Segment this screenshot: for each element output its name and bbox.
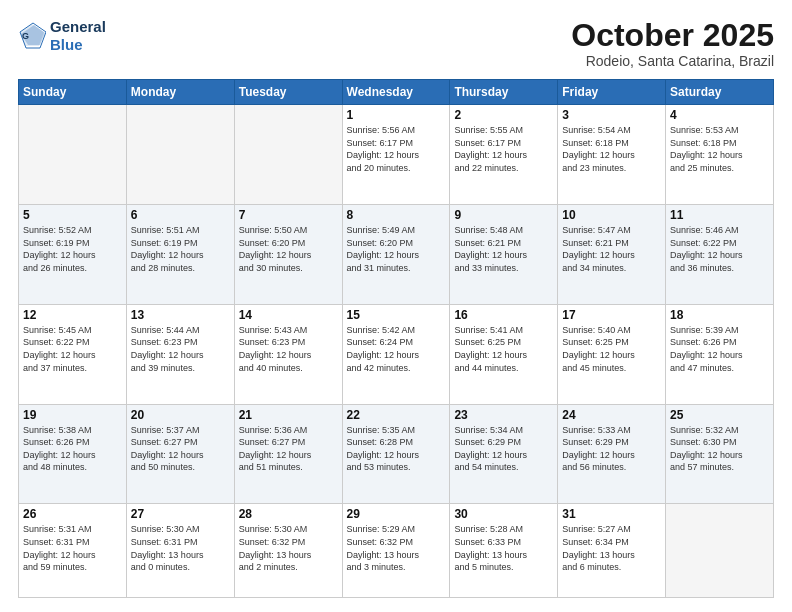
day-number: 28 [239,507,338,521]
day-info: Sunrise: 5:38 AM Sunset: 6:26 PM Dayligh… [23,424,122,474]
day-info: Sunrise: 5:40 AM Sunset: 6:25 PM Dayligh… [562,324,661,374]
day-info: Sunrise: 5:28 AM Sunset: 6:33 PM Dayligh… [454,523,553,573]
calendar-day-cell: 23Sunrise: 5:34 AM Sunset: 6:29 PM Dayli… [450,404,558,504]
day-info: Sunrise: 5:29 AM Sunset: 6:32 PM Dayligh… [347,523,446,573]
day-number: 31 [562,507,661,521]
location-subtitle: Rodeio, Santa Catarina, Brazil [571,53,774,69]
day-info: Sunrise: 5:54 AM Sunset: 6:18 PM Dayligh… [562,124,661,174]
day-number: 11 [670,208,769,222]
day-info: Sunrise: 5:43 AM Sunset: 6:23 PM Dayligh… [239,324,338,374]
day-number: 30 [454,507,553,521]
calendar-day-cell: 31Sunrise: 5:27 AM Sunset: 6:34 PM Dayli… [558,504,666,598]
day-number: 3 [562,108,661,122]
day-of-week-header: Thursday [450,80,558,105]
calendar-day-cell: 19Sunrise: 5:38 AM Sunset: 6:26 PM Dayli… [19,404,127,504]
day-number: 14 [239,308,338,322]
day-info: Sunrise: 5:27 AM Sunset: 6:34 PM Dayligh… [562,523,661,573]
calendar-day-cell: 22Sunrise: 5:35 AM Sunset: 6:28 PM Dayli… [342,404,450,504]
day-info: Sunrise: 5:46 AM Sunset: 6:22 PM Dayligh… [670,224,769,274]
day-info: Sunrise: 5:36 AM Sunset: 6:27 PM Dayligh… [239,424,338,474]
day-info: Sunrise: 5:52 AM Sunset: 6:19 PM Dayligh… [23,224,122,274]
day-number: 16 [454,308,553,322]
day-number: 10 [562,208,661,222]
calendar-day-cell: 18Sunrise: 5:39 AM Sunset: 6:26 PM Dayli… [666,304,774,404]
calendar-day-cell: 28Sunrise: 5:30 AM Sunset: 6:32 PM Dayli… [234,504,342,598]
day-info: Sunrise: 5:39 AM Sunset: 6:26 PM Dayligh… [670,324,769,374]
day-info: Sunrise: 5:44 AM Sunset: 6:23 PM Dayligh… [131,324,230,374]
calendar-day-cell: 2Sunrise: 5:55 AM Sunset: 6:17 PM Daylig… [450,105,558,205]
day-number: 21 [239,408,338,422]
day-info: Sunrise: 5:45 AM Sunset: 6:22 PM Dayligh… [23,324,122,374]
day-info: Sunrise: 5:41 AM Sunset: 6:25 PM Dayligh… [454,324,553,374]
day-number: 27 [131,507,230,521]
day-number: 19 [23,408,122,422]
calendar-day-cell: 27Sunrise: 5:30 AM Sunset: 6:31 PM Dayli… [126,504,234,598]
title-block: October 2025 Rodeio, Santa Catarina, Bra… [571,18,774,69]
calendar-empty-cell [126,105,234,205]
calendar-day-cell: 24Sunrise: 5:33 AM Sunset: 6:29 PM Dayli… [558,404,666,504]
day-number: 4 [670,108,769,122]
day-number: 29 [347,507,446,521]
calendar-day-cell: 4Sunrise: 5:53 AM Sunset: 6:18 PM Daylig… [666,105,774,205]
calendar-week-row: 1Sunrise: 5:56 AM Sunset: 6:17 PM Daylig… [19,105,774,205]
calendar-day-cell: 26Sunrise: 5:31 AM Sunset: 6:31 PM Dayli… [19,504,127,598]
day-info: Sunrise: 5:35 AM Sunset: 6:28 PM Dayligh… [347,424,446,474]
day-info: Sunrise: 5:51 AM Sunset: 6:19 PM Dayligh… [131,224,230,274]
calendar-week-row: 19Sunrise: 5:38 AM Sunset: 6:26 PM Dayli… [19,404,774,504]
calendar-day-cell: 17Sunrise: 5:40 AM Sunset: 6:25 PM Dayli… [558,304,666,404]
day-number: 24 [562,408,661,422]
day-of-week-header: Tuesday [234,80,342,105]
day-number: 5 [23,208,122,222]
calendar-day-cell: 14Sunrise: 5:43 AM Sunset: 6:23 PM Dayli… [234,304,342,404]
calendar-day-cell: 15Sunrise: 5:42 AM Sunset: 6:24 PM Dayli… [342,304,450,404]
day-info: Sunrise: 5:32 AM Sunset: 6:30 PM Dayligh… [670,424,769,474]
calendar-day-cell: 20Sunrise: 5:37 AM Sunset: 6:27 PM Dayli… [126,404,234,504]
day-number: 15 [347,308,446,322]
day-number: 18 [670,308,769,322]
calendar-day-cell: 29Sunrise: 5:29 AM Sunset: 6:32 PM Dayli… [342,504,450,598]
calendar-day-cell: 3Sunrise: 5:54 AM Sunset: 6:18 PM Daylig… [558,105,666,205]
day-info: Sunrise: 5:47 AM Sunset: 6:21 PM Dayligh… [562,224,661,274]
day-info: Sunrise: 5:30 AM Sunset: 6:32 PM Dayligh… [239,523,338,573]
day-number: 22 [347,408,446,422]
day-number: 6 [131,208,230,222]
day-number: 26 [23,507,122,521]
calendar-week-row: 12Sunrise: 5:45 AM Sunset: 6:22 PM Dayli… [19,304,774,404]
calendar-day-cell: 1Sunrise: 5:56 AM Sunset: 6:17 PM Daylig… [342,105,450,205]
calendar-day-cell: 30Sunrise: 5:28 AM Sunset: 6:33 PM Dayli… [450,504,558,598]
day-info: Sunrise: 5:33 AM Sunset: 6:29 PM Dayligh… [562,424,661,474]
calendar-day-cell: 10Sunrise: 5:47 AM Sunset: 6:21 PM Dayli… [558,204,666,304]
month-title: October 2025 [571,18,774,53]
calendar-table: SundayMondayTuesdayWednesdayThursdayFrid… [18,79,774,598]
day-info: Sunrise: 5:34 AM Sunset: 6:29 PM Dayligh… [454,424,553,474]
day-number: 8 [347,208,446,222]
day-number: 13 [131,308,230,322]
day-number: 2 [454,108,553,122]
day-of-week-header: Saturday [666,80,774,105]
day-info: Sunrise: 5:55 AM Sunset: 6:17 PM Dayligh… [454,124,553,174]
svg-text:G: G [22,31,29,41]
day-number: 9 [454,208,553,222]
calendar-day-cell: 6Sunrise: 5:51 AM Sunset: 6:19 PM Daylig… [126,204,234,304]
calendar-day-cell: 8Sunrise: 5:49 AM Sunset: 6:20 PM Daylig… [342,204,450,304]
calendar-header-row: SundayMondayTuesdayWednesdayThursdayFrid… [19,80,774,105]
day-of-week-header: Friday [558,80,666,105]
calendar-week-row: 26Sunrise: 5:31 AM Sunset: 6:31 PM Dayli… [19,504,774,598]
calendar-day-cell: 7Sunrise: 5:50 AM Sunset: 6:20 PM Daylig… [234,204,342,304]
day-info: Sunrise: 5:53 AM Sunset: 6:18 PM Dayligh… [670,124,769,174]
day-info: Sunrise: 5:42 AM Sunset: 6:24 PM Dayligh… [347,324,446,374]
logo: G General Blue [18,18,106,54]
calendar-day-cell: 13Sunrise: 5:44 AM Sunset: 6:23 PM Dayli… [126,304,234,404]
calendar-day-cell: 25Sunrise: 5:32 AM Sunset: 6:30 PM Dayli… [666,404,774,504]
day-number: 17 [562,308,661,322]
calendar-day-cell: 11Sunrise: 5:46 AM Sunset: 6:22 PM Dayli… [666,204,774,304]
day-info: Sunrise: 5:31 AM Sunset: 6:31 PM Dayligh… [23,523,122,573]
day-info: Sunrise: 5:50 AM Sunset: 6:20 PM Dayligh… [239,224,338,274]
calendar-week-row: 5Sunrise: 5:52 AM Sunset: 6:19 PM Daylig… [19,204,774,304]
day-number: 7 [239,208,338,222]
calendar-page: G General Blue October 2025 Rodeio, Sant… [0,0,792,612]
calendar-empty-cell [666,504,774,598]
day-info: Sunrise: 5:48 AM Sunset: 6:21 PM Dayligh… [454,224,553,274]
header: G General Blue October 2025 Rodeio, Sant… [18,18,774,69]
day-info: Sunrise: 5:56 AM Sunset: 6:17 PM Dayligh… [347,124,446,174]
